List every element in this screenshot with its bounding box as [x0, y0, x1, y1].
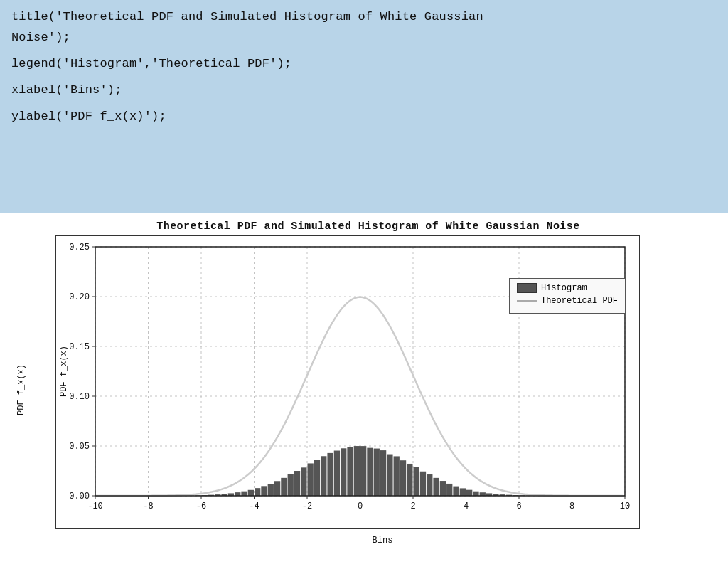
- legend-histogram: Histogram: [517, 283, 618, 293]
- x-axis-label: Bins: [55, 536, 710, 546]
- code-line-3: legend('Histogram','Theoretical PDF');: [11, 54, 717, 75]
- chart-title: Theoretical PDF and Simulated Histogram …: [27, 221, 710, 233]
- code-line-5: ylabel('PDF f_x(x)');: [11, 107, 717, 127]
- legend-pdf: Theoretical PDF: [517, 296, 618, 306]
- code-line-4: xlabel('Bins');: [11, 80, 717, 101]
- chart-container: Theoretical PDF and Simulated Histogram …: [27, 221, 710, 569]
- legend-histogram-label: Histogram: [541, 283, 587, 293]
- code-section: title('Theoretical PDF and Simulated His…: [0, 0, 728, 213]
- legend-pdf-color: [517, 300, 537, 302]
- legend-histogram-color: [517, 283, 537, 293]
- legend-pdf-label: Theoretical PDF: [541, 296, 618, 306]
- y-axis-label: PDF f_x(x): [16, 364, 26, 415]
- code-line-1: title('Theoretical PDF and Simulated His…: [11, 7, 717, 28]
- chart-legend: Histogram Theoretical PDF: [509, 278, 626, 314]
- chart-section: Theoretical PDF and Simulated Histogram …: [0, 213, 728, 584]
- code-line-2: Noise');: [11, 28, 717, 48]
